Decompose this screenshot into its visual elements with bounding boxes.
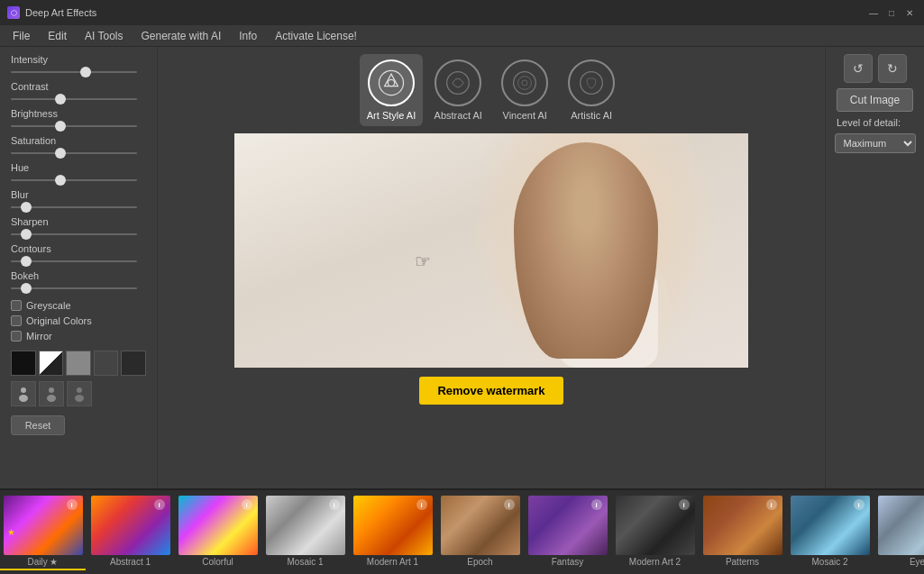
slider-blur-thumb[interactable] <box>21 202 32 213</box>
svg-point-12 <box>522 80 527 86</box>
slider-saturation-label: Saturation <box>11 135 146 146</box>
filmstrip-item-colorful[interactable]: iColorful <box>175 494 261 570</box>
menu-generate[interactable]: Generate with AI <box>133 27 231 45</box>
original-colors-checkbox[interactable] <box>11 315 22 326</box>
window-controls[interactable]: — □ ✕ <box>866 5 917 20</box>
filmstrip-item-epoch[interactable]: iEpoch <box>437 494 523 570</box>
slider-contours: Contours <box>11 243 146 267</box>
menu-info[interactable]: Info <box>230 27 266 45</box>
person-icons <box>11 381 146 406</box>
artistic-icon <box>568 59 615 106</box>
slider-contrast-thumb[interactable] <box>55 94 66 105</box>
slider-intensity-track[interactable] <box>11 67 146 77</box>
original-colors-label: Original Colors <box>26 315 92 326</box>
art-style-icon <box>368 59 415 106</box>
slider-hue-thumb[interactable] <box>55 175 66 186</box>
slider-contrast: Contrast <box>11 81 146 105</box>
svg-point-0 <box>21 387 26 393</box>
slider-sharpen-thumb[interactable] <box>21 229 32 240</box>
tab-vincent-ai[interactable]: Vincent AI <box>493 54 556 126</box>
mirror-checkbox[interactable] <box>11 331 22 342</box>
app-icon: ⬡ <box>7 6 20 19</box>
person-icon-3[interactable] <box>67 381 92 406</box>
menu-bar: File Edit AI Tools Generate with AI Info… <box>0 25 924 47</box>
slider-hue: Hue <box>11 162 146 186</box>
maximize-button[interactable]: □ <box>884 5 899 20</box>
title-bar: ⬡ Deep Art Effects — □ ✕ <box>0 0 924 25</box>
slider-saturation-track[interactable] <box>11 148 146 159</box>
person-icon-1[interactable] <box>11 381 36 406</box>
tab-abstract-ai[interactable]: Abstract AI <box>426 54 489 126</box>
filmstrip-item-fantasy[interactable]: iFantasy <box>525 494 610 570</box>
filmstrip-item-mosaic2[interactable]: iMosaic 2 <box>787 494 873 570</box>
film-info-icon-modernart1[interactable]: i <box>416 499 427 510</box>
slider-contours-thumb[interactable] <box>21 256 32 267</box>
reset-button[interactable]: Reset <box>11 415 65 435</box>
menu-edit[interactable]: Edit <box>39 27 76 45</box>
slider-contrast-track[interactable] <box>11 94 146 105</box>
undo-button[interactable]: ↺ <box>844 54 873 83</box>
film-info-icon-abstract1[interactable]: i <box>154 499 165 510</box>
swatch-dark-gray[interactable] <box>94 351 119 376</box>
menu-ai-tools[interactable]: AI Tools <box>76 27 132 45</box>
slider-intensity: Intensity <box>11 54 146 77</box>
film-info-icon-modernart2[interactable]: i <box>679 499 690 510</box>
slider-bokeh-track[interactable] <box>11 283 146 294</box>
close-button[interactable]: ✕ <box>902 5 917 20</box>
filmstrip-item-abstract1[interactable]: iAbstract 1 <box>87 494 173 570</box>
redo-button[interactable]: ↻ <box>878 54 907 83</box>
remove-watermark-button[interactable]: Remove watermark <box>419 377 563 405</box>
slider-brightness: Brightness <box>11 108 146 132</box>
menu-file[interactable]: File <box>4 27 39 45</box>
person-icon-2[interactable] <box>39 381 64 406</box>
greyscale-checkbox[interactable] <box>11 300 22 311</box>
slider-hue-track[interactable] <box>11 175 146 186</box>
swatch-darker[interactable] <box>121 351 146 376</box>
slider-sharpen-track[interactable] <box>11 229 146 240</box>
tab-artistic-ai-label: Artistic AI <box>571 110 612 121</box>
slider-brightness-track[interactable] <box>11 121 146 132</box>
film-label-mosaic1: Mosaic 1 <box>287 557 323 567</box>
filmstrip-item-mosaic1[interactable]: iMosaic 1 <box>262 494 348 570</box>
slider-saturation: Saturation <box>11 135 146 159</box>
tab-artistic-ai[interactable]: Artistic AI <box>560 54 623 126</box>
checkbox-mirror[interactable]: Mirror <box>11 331 146 342</box>
film-info-icon-daily[interactable]: i <box>67 499 78 510</box>
film-thumb-modernart1: i <box>353 496 433 555</box>
minimize-button[interactable]: — <box>866 5 881 20</box>
slider-bokeh-thumb[interactable] <box>21 283 32 294</box>
slider-blur: Blur <box>11 189 146 213</box>
checkbox-original-colors[interactable]: Original Colors <box>11 315 146 326</box>
slider-saturation-thumb[interactable] <box>55 148 66 159</box>
level-of-detail-select[interactable]: Maximum High Medium Low <box>835 133 916 153</box>
checkbox-greyscale[interactable]: Greyscale <box>11 300 146 311</box>
filmstrip-item-daily[interactable]: i★Daily ★ <box>0 494 86 570</box>
slider-sharpen: Sharpen <box>11 216 146 240</box>
center-area: Art Style AI Abstract AI <box>158 47 825 488</box>
filmstrip-item-modernart2[interactable]: iModern Art 2 <box>612 494 698 570</box>
slider-blur-track[interactable] <box>11 202 146 213</box>
slider-brightness-thumb[interactable] <box>55 121 66 132</box>
svg-point-4 <box>77 387 82 393</box>
filmstrip-item-eye[interactable]: iEye <box>874 494 924 570</box>
film-info-icon-epoch[interactable]: i <box>504 499 515 510</box>
swatch-gray[interactable] <box>66 351 91 376</box>
film-info-icon-fantasy[interactable]: i <box>591 499 602 510</box>
slider-intensity-thumb[interactable] <box>80 67 91 77</box>
slider-contours-track[interactable] <box>11 256 146 267</box>
menu-license[interactable]: Activate License! <box>266 27 366 45</box>
film-info-icon-mosaic1[interactable]: i <box>329 499 340 510</box>
film-info-icon-patterns[interactable]: i <box>766 499 777 510</box>
swatch-black[interactable] <box>11 351 36 376</box>
tab-art-style-ai[interactable]: Art Style AI <box>360 54 423 126</box>
tab-vincent-ai-label: Vincent AI <box>503 110 547 121</box>
swatch-diagonal[interactable] <box>39 351 64 376</box>
film-info-icon-mosaic2[interactable]: i <box>854 499 865 510</box>
filmstrip-item-patterns[interactable]: iPatterns <box>700 494 785 570</box>
cut-image-button[interactable]: Cut Image <box>837 88 913 112</box>
svg-point-10 <box>514 72 536 95</box>
filmstrip-item-modernart1[interactable]: iModern Art 1 <box>350 494 435 570</box>
film-info-icon-colorful[interactable]: i <box>242 499 252 510</box>
vincent-icon <box>501 59 548 106</box>
film-thumb-modernart2: i <box>616 496 695 555</box>
